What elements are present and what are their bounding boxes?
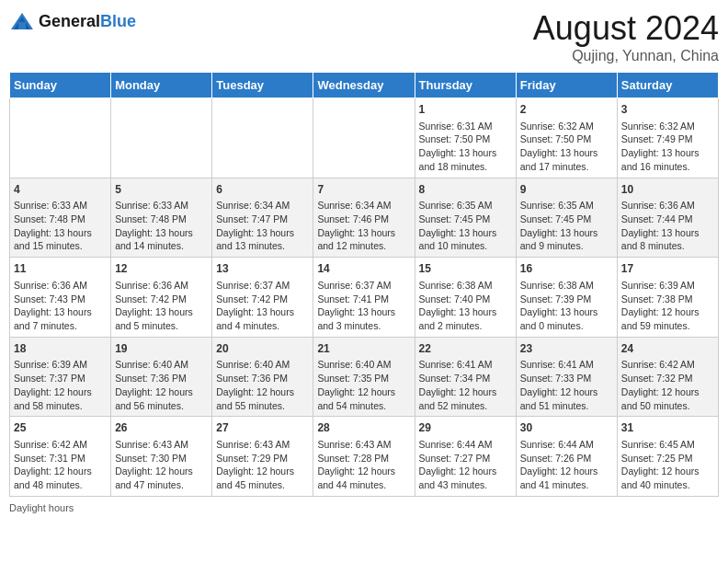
day-number: 22 bbox=[419, 341, 512, 357]
location-title: Qujing, Yunnan, China bbox=[533, 48, 719, 64]
week-row-3: 11Sunrise: 6:36 AM Sunset: 7:43 PM Dayli… bbox=[10, 258, 719, 338]
day-number: 24 bbox=[621, 341, 714, 357]
logo-blue: Blue bbox=[100, 13, 136, 31]
calendar-cell: 21Sunrise: 6:40 AM Sunset: 7:35 PM Dayli… bbox=[313, 337, 415, 417]
cell-info: Sunrise: 6:39 AM Sunset: 7:38 PM Dayligh… bbox=[621, 279, 714, 333]
days-header-row: SundayMondayTuesdayWednesdayThursdayFrid… bbox=[10, 73, 719, 98]
day-header-sunday: Sunday bbox=[10, 73, 111, 98]
day-number: 16 bbox=[520, 261, 613, 277]
calendar-cell: 29Sunrise: 6:44 AM Sunset: 7:27 PM Dayli… bbox=[415, 417, 516, 497]
cell-info: Sunrise: 6:36 AM Sunset: 7:43 PM Dayligh… bbox=[14, 279, 107, 333]
cell-info: Sunrise: 6:41 AM Sunset: 7:34 PM Dayligh… bbox=[419, 358, 512, 412]
cell-info: Sunrise: 6:43 AM Sunset: 7:30 PM Dayligh… bbox=[115, 438, 208, 492]
calendar-cell: 12Sunrise: 6:36 AM Sunset: 7:42 PM Dayli… bbox=[111, 258, 212, 338]
calendar-cell: 11Sunrise: 6:36 AM Sunset: 7:43 PM Dayli… bbox=[10, 258, 111, 338]
calendar-cell: 24Sunrise: 6:42 AM Sunset: 7:32 PM Dayli… bbox=[617, 337, 718, 417]
day-number: 7 bbox=[317, 182, 410, 198]
day-number: 31 bbox=[621, 420, 714, 436]
cell-info: Sunrise: 6:40 AM Sunset: 7:36 PM Dayligh… bbox=[216, 358, 309, 412]
cell-info: Sunrise: 6:44 AM Sunset: 7:26 PM Dayligh… bbox=[520, 438, 613, 492]
day-header-friday: Friday bbox=[516, 73, 617, 98]
cell-info: Sunrise: 6:42 AM Sunset: 7:32 PM Dayligh… bbox=[621, 358, 714, 412]
logo: General Blue bbox=[9, 9, 136, 35]
week-row-4: 18Sunrise: 6:39 AM Sunset: 7:37 PM Dayli… bbox=[10, 337, 719, 417]
calendar-cell: 3Sunrise: 6:32 AM Sunset: 7:49 PM Daylig… bbox=[617, 98, 718, 178]
calendar-cell: 6Sunrise: 6:34 AM Sunset: 7:47 PM Daylig… bbox=[212, 178, 313, 258]
cell-info: Sunrise: 6:36 AM Sunset: 7:44 PM Dayligh… bbox=[621, 199, 714, 253]
logo-text: General Blue bbox=[39, 13, 136, 31]
cell-info: Sunrise: 6:38 AM Sunset: 7:40 PM Dayligh… bbox=[419, 279, 512, 333]
day-header-wednesday: Wednesday bbox=[313, 73, 415, 98]
calendar-cell: 15Sunrise: 6:38 AM Sunset: 7:40 PM Dayli… bbox=[415, 258, 516, 338]
calendar-cell bbox=[111, 98, 212, 178]
day-number: 26 bbox=[115, 420, 208, 436]
calendar-cell: 17Sunrise: 6:39 AM Sunset: 7:38 PM Dayli… bbox=[617, 258, 718, 338]
calendar-table: SundayMondayTuesdayWednesdayThursdayFrid… bbox=[9, 72, 719, 497]
cell-info: Sunrise: 6:43 AM Sunset: 7:29 PM Dayligh… bbox=[216, 438, 309, 492]
cell-info: Sunrise: 6:37 AM Sunset: 7:42 PM Dayligh… bbox=[216, 279, 309, 333]
cell-info: Sunrise: 6:33 AM Sunset: 7:48 PM Dayligh… bbox=[115, 199, 208, 253]
calendar-cell: 23Sunrise: 6:41 AM Sunset: 7:33 PM Dayli… bbox=[516, 337, 617, 417]
logo-general: General bbox=[39, 13, 100, 31]
calendar-cell bbox=[10, 98, 111, 178]
calendar-cell: 19Sunrise: 6:40 AM Sunset: 7:36 PM Dayli… bbox=[111, 337, 212, 417]
cell-info: Sunrise: 6:34 AM Sunset: 7:46 PM Dayligh… bbox=[317, 199, 410, 253]
title-area: August 2024 Qujing, Yunnan, China bbox=[533, 9, 719, 64]
cell-info: Sunrise: 6:42 AM Sunset: 7:31 PM Dayligh… bbox=[14, 438, 107, 492]
calendar-cell: 4Sunrise: 6:33 AM Sunset: 7:48 PM Daylig… bbox=[10, 178, 111, 258]
cell-info: Sunrise: 6:43 AM Sunset: 7:28 PM Dayligh… bbox=[317, 438, 410, 492]
calendar-cell: 27Sunrise: 6:43 AM Sunset: 7:29 PM Dayli… bbox=[212, 417, 313, 497]
day-number: 20 bbox=[216, 341, 309, 357]
calendar-cell: 9Sunrise: 6:35 AM Sunset: 7:45 PM Daylig… bbox=[516, 178, 617, 258]
cell-info: Sunrise: 6:40 AM Sunset: 7:35 PM Dayligh… bbox=[317, 358, 410, 412]
cell-info: Sunrise: 6:34 AM Sunset: 7:47 PM Dayligh… bbox=[216, 199, 309, 253]
calendar-cell: 2Sunrise: 6:32 AM Sunset: 7:50 PM Daylig… bbox=[516, 98, 617, 178]
calendar-cell: 18Sunrise: 6:39 AM Sunset: 7:37 PM Dayli… bbox=[10, 337, 111, 417]
day-header-monday: Monday bbox=[111, 73, 212, 98]
cell-info: Sunrise: 6:40 AM Sunset: 7:36 PM Dayligh… bbox=[115, 358, 208, 412]
cell-info: Sunrise: 6:32 AM Sunset: 7:49 PM Dayligh… bbox=[621, 120, 714, 174]
day-number: 2 bbox=[520, 102, 613, 118]
calendar-cell: 26Sunrise: 6:43 AM Sunset: 7:30 PM Dayli… bbox=[111, 417, 212, 497]
svg-rect-2 bbox=[18, 22, 26, 29]
header: General Blue August 2024 Qujing, Yunnan,… bbox=[9, 9, 719, 64]
day-number: 19 bbox=[115, 341, 208, 357]
cell-info: Sunrise: 6:35 AM Sunset: 7:45 PM Dayligh… bbox=[419, 199, 512, 253]
month-title: August 2024 bbox=[533, 9, 719, 48]
day-number: 5 bbox=[115, 182, 208, 198]
day-header-tuesday: Tuesday bbox=[212, 73, 313, 98]
day-number: 25 bbox=[14, 420, 107, 436]
cell-info: Sunrise: 6:36 AM Sunset: 7:42 PM Dayligh… bbox=[115, 279, 208, 333]
day-number: 10 bbox=[621, 182, 714, 198]
day-number: 28 bbox=[317, 420, 410, 436]
cell-info: Sunrise: 6:39 AM Sunset: 7:37 PM Dayligh… bbox=[14, 358, 107, 412]
day-number: 11 bbox=[14, 261, 107, 277]
day-number: 15 bbox=[419, 261, 512, 277]
day-number: 27 bbox=[216, 420, 309, 436]
cell-info: Sunrise: 6:33 AM Sunset: 7:48 PM Dayligh… bbox=[14, 199, 107, 253]
cell-info: Sunrise: 6:32 AM Sunset: 7:50 PM Dayligh… bbox=[520, 120, 613, 174]
footer: Daylight hours bbox=[9, 502, 719, 513]
calendar-cell: 20Sunrise: 6:40 AM Sunset: 7:36 PM Dayli… bbox=[212, 337, 313, 417]
day-number: 29 bbox=[419, 420, 512, 436]
day-number: 12 bbox=[115, 261, 208, 277]
cell-info: Sunrise: 6:44 AM Sunset: 7:27 PM Dayligh… bbox=[419, 438, 512, 492]
daylight-label: Daylight hours bbox=[9, 502, 74, 513]
cell-info: Sunrise: 6:38 AM Sunset: 7:39 PM Dayligh… bbox=[520, 279, 613, 333]
calendar-cell: 14Sunrise: 6:37 AM Sunset: 7:41 PM Dayli… bbox=[313, 258, 415, 338]
cell-info: Sunrise: 6:35 AM Sunset: 7:45 PM Dayligh… bbox=[520, 199, 613, 253]
day-number: 23 bbox=[520, 341, 613, 357]
week-row-5: 25Sunrise: 6:42 AM Sunset: 7:31 PM Dayli… bbox=[10, 417, 719, 497]
day-header-saturday: Saturday bbox=[617, 73, 718, 98]
day-number: 1 bbox=[419, 102, 512, 118]
calendar-cell bbox=[212, 98, 313, 178]
calendar-cell: 1Sunrise: 6:31 AM Sunset: 7:50 PM Daylig… bbox=[415, 98, 516, 178]
day-number: 14 bbox=[317, 261, 410, 277]
day-number: 3 bbox=[621, 102, 714, 118]
day-number: 18 bbox=[14, 341, 107, 357]
day-number: 30 bbox=[520, 420, 613, 436]
calendar-cell: 13Sunrise: 6:37 AM Sunset: 7:42 PM Dayli… bbox=[212, 258, 313, 338]
calendar-cell: 30Sunrise: 6:44 AM Sunset: 7:26 PM Dayli… bbox=[516, 417, 617, 497]
logo-icon bbox=[9, 9, 35, 35]
day-header-thursday: Thursday bbox=[415, 73, 516, 98]
